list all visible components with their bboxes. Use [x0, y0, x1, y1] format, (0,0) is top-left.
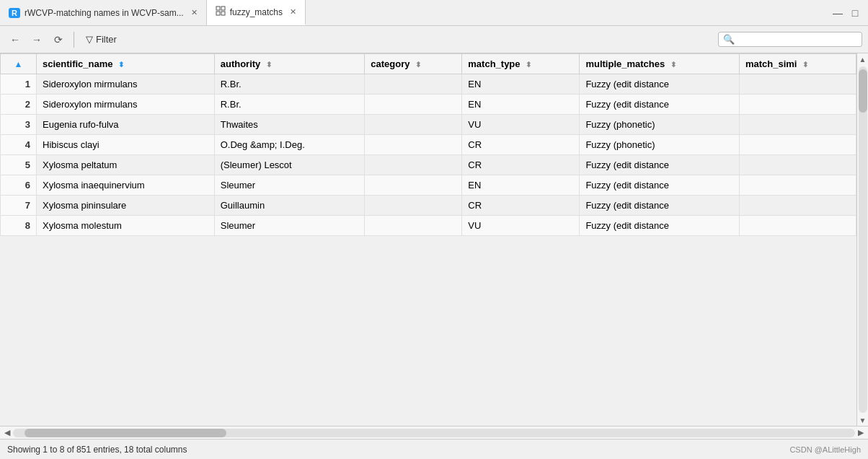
cell-category	[365, 175, 462, 196]
col-header-category[interactable]: category ⬍	[365, 54, 462, 74]
table-body: 1Sideroxylon mirmulansR.Br.ENFuzzy (edit…	[1, 74, 856, 236]
back-button[interactable]: ←	[6, 30, 25, 49]
vscroll-up-arrow[interactable]: ▲	[857, 53, 869, 65]
cell-match-simi	[739, 216, 856, 236]
col-authority-label: authority	[221, 58, 261, 69]
cell-multiple-matches: Fuzzy (edit distance	[580, 155, 740, 175]
filter-label: Filter	[96, 34, 117, 45]
tab-fuzzy-matchs[interactable]: fuzzy_matchs ✕	[207, 0, 306, 25]
tab1-icon: R	[9, 8, 20, 18]
cell-multiple-matches: Fuzzy (edit distance	[580, 95, 740, 115]
cell-multiple-matches: Fuzzy (edit distance	[580, 216, 740, 236]
cell-rownum: 3	[1, 115, 37, 135]
cell-match-type: EN	[462, 175, 580, 196]
cell-category	[365, 155, 462, 175]
table-row: 2Sideroxylon mirmulansR.Br.ENFuzzy (edit…	[1, 95, 856, 115]
cell-category	[365, 115, 462, 135]
tab2-label: fuzzy_matchs	[230, 7, 283, 17]
cell-match-simi	[739, 95, 856, 115]
vertical-scrollbar[interactable]: ▲ ▼	[856, 53, 868, 426]
cell-rownum: 6	[1, 175, 37, 196]
refresh-button[interactable]: ⟳	[49, 30, 68, 49]
col-header-rownum[interactable]: ▲	[1, 54, 37, 74]
col-match-type-sort-icon: ⬍	[526, 61, 531, 69]
cell-match-simi	[739, 196, 856, 216]
svg-rect-1	[221, 6, 225, 10]
col-authority-sort-icon: ⬍	[266, 61, 272, 69]
cell-category	[365, 74, 462, 95]
filter-button[interactable]: ▽ Filter	[80, 32, 123, 47]
cell-rownum: 4	[1, 135, 37, 155]
cell-scientific-name: Sideroxylon mirmulans	[37, 95, 215, 115]
table-row: 5Xylosma peltatum(Sleumer) LescotCRFuzzy…	[1, 155, 856, 175]
cell-authority: O.Deg &amp; I.Deg.	[214, 135, 365, 155]
cell-scientific-name: Xylosma peltatum	[37, 155, 215, 175]
hscroll-thumb[interactable]	[25, 429, 226, 437]
col-match-simi-label: match_simi	[745, 58, 797, 69]
cell-match-simi	[739, 115, 856, 135]
table-scroll-area: ▲ scientific_name ⬍ authority ⬍ category	[0, 53, 868, 426]
col-header-multiple-matches[interactable]: multiple_matches ⬍	[580, 54, 740, 74]
hscroll-track[interactable]	[13, 429, 855, 437]
col-header-scientific-name[interactable]: scientific_name ⬍	[37, 54, 215, 74]
table-row: 1Sideroxylon mirmulansR.Br.ENFuzzy (edit…	[1, 74, 856, 95]
col-header-match-type[interactable]: match_type ⬍	[462, 54, 580, 74]
toolbar: ← → ⟳ ▽ Filter 🔍	[0, 26, 868, 53]
cell-match-type: EN	[462, 95, 580, 115]
col-match-simi-sort-icon: ⬍	[802, 61, 808, 69]
cell-authority: R.Br.	[214, 74, 365, 95]
cell-multiple-matches: Fuzzy (phonetic)	[580, 115, 740, 135]
vscroll-track[interactable]	[859, 66, 867, 413]
hscroll-right-arrow[interactable]: ▶	[855, 427, 867, 439]
cell-match-type: CR	[462, 135, 580, 155]
cell-rownum: 1	[1, 74, 37, 95]
table-header-row: ▲ scientific_name ⬍ authority ⬍ category	[1, 54, 856, 74]
cell-match-type: CR	[462, 196, 580, 216]
cell-multiple-matches: Fuzzy (edit distance	[580, 196, 740, 216]
table-row: 4Hibiscus clayiO.Deg &amp; I.Deg.CRFuzzy…	[1, 135, 856, 155]
tab1-close-icon[interactable]: ✕	[191, 8, 198, 17]
cell-multiple-matches: Fuzzy (edit distance	[580, 175, 740, 196]
cell-multiple-matches: Fuzzy (phonetic)	[580, 135, 740, 155]
col-header-authority[interactable]: authority ⬍	[214, 54, 365, 74]
cell-authority: Thwaites	[214, 115, 365, 135]
maximize-button[interactable]: □	[848, 6, 862, 20]
cell-match-type: VU	[462, 115, 580, 135]
cell-rownum: 5	[1, 155, 37, 175]
data-table: ▲ scientific_name ⬍ authority ⬍ category	[0, 53, 856, 236]
cell-rownum: 2	[1, 95, 37, 115]
cell-match-type: VU	[462, 216, 580, 236]
cell-rownum: 7	[1, 196, 37, 216]
search-input[interactable]	[735, 34, 857, 45]
toolbar-separator	[74, 32, 74, 48]
cell-match-simi	[739, 74, 856, 95]
tab2-close-icon[interactable]: ✕	[290, 7, 296, 17]
forward-button[interactable]: →	[27, 30, 46, 49]
vscroll-down-arrow[interactable]: ▼	[857, 414, 869, 426]
cell-scientific-name: Xylosma molestum	[37, 216, 215, 236]
col-category-sort-icon: ⬍	[415, 61, 421, 69]
horizontal-scrollbar[interactable]: ◀ ▶	[0, 426, 868, 439]
window-controls: — □	[831, 6, 868, 20]
search-box[interactable]: 🔍	[718, 32, 862, 47]
cell-scientific-name: Hibiscus clayi	[37, 135, 215, 155]
tab-rwcvp[interactable]: R rWCVP-matching names in WCVP-sam... ✕	[0, 0, 207, 25]
col-multiple-matches-sort-icon: ⬍	[670, 61, 676, 69]
cell-match-simi	[739, 135, 856, 155]
cell-rownum: 8	[1, 216, 37, 236]
col-header-match-simi[interactable]: match_simi ⬍	[739, 54, 856, 74]
hscroll-left-arrow[interactable]: ◀	[1, 427, 13, 439]
cell-scientific-name: Xylosma inaequinervium	[37, 175, 215, 196]
col-category-label: category	[371, 58, 409, 69]
cell-authority: Sleumer	[214, 175, 365, 196]
svg-rect-0	[216, 6, 220, 10]
minimize-button[interactable]: —	[831, 6, 845, 20]
status-text: Showing 1 to 8 of 851 entries, 18 total …	[7, 445, 187, 455]
table-inner[interactable]: ▲ scientific_name ⬍ authority ⬍ category	[0, 53, 856, 426]
svg-rect-2	[216, 12, 220, 15]
cell-match-type: EN	[462, 74, 580, 95]
table-row: 6Xylosma inaequinerviumSleumerENFuzzy (e…	[1, 175, 856, 196]
vscroll-thumb[interactable]	[859, 69, 867, 113]
tab2-icon	[216, 6, 226, 18]
svg-rect-3	[221, 12, 225, 15]
